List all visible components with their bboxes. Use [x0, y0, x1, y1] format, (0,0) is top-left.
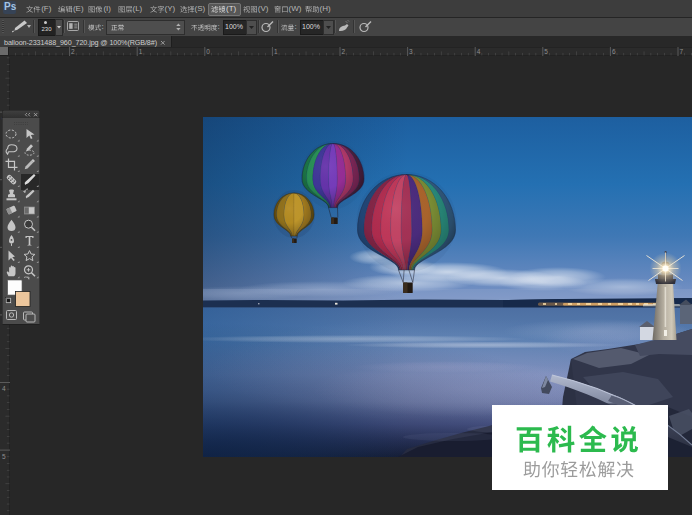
svg-text:4: 4 [477, 48, 481, 55]
svg-text:5: 5 [2, 453, 6, 460]
svg-text:6: 6 [612, 48, 616, 55]
svg-text:5: 5 [544, 48, 548, 55]
svg-text:1: 1 [139, 48, 143, 55]
svg-text:3: 3 [409, 48, 413, 55]
svg-text:1: 1 [274, 48, 278, 55]
svg-text:7: 7 [680, 48, 684, 55]
svg-text:4: 4 [2, 385, 6, 392]
svg-text:0: 0 [206, 48, 210, 55]
svg-text:2: 2 [71, 48, 75, 55]
svg-text:2: 2 [342, 48, 346, 55]
